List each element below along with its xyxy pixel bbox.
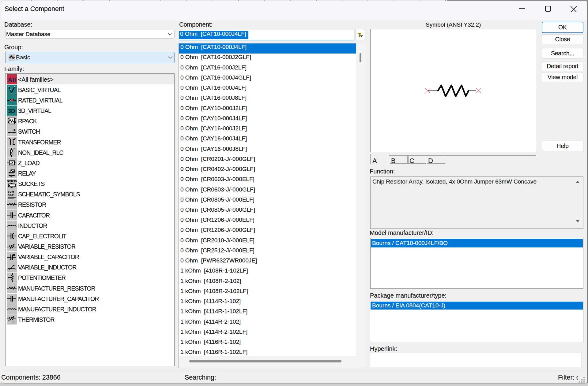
- svg-text:SCM: SCM: [8, 191, 14, 194]
- svg-text:T: T: [11, 321, 13, 324]
- svg-text:2: 2: [13, 321, 15, 324]
- svg-text:3D: 3D: [8, 108, 15, 114]
- svg-text:CAP: CAP: [8, 194, 14, 197]
- svg-text:All: All: [8, 76, 16, 83]
- svg-text:SOCKETS: SOCKETS: [7, 180, 17, 183]
